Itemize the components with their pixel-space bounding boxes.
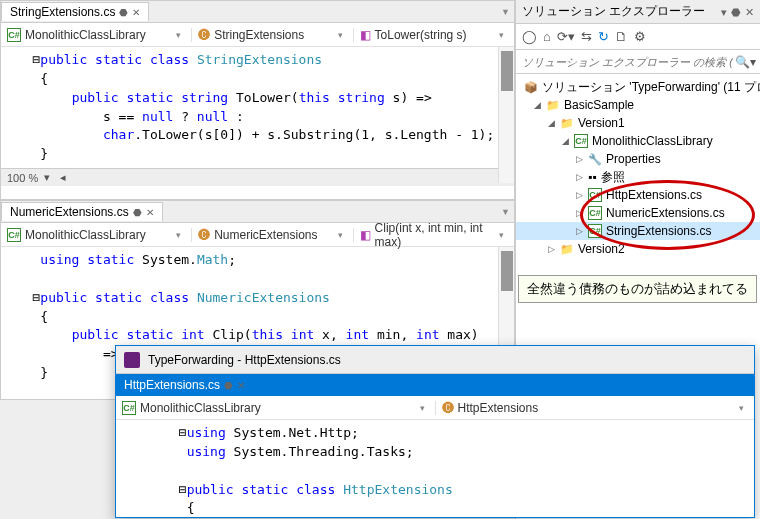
tree-folder[interactable]: ▷Version2 [516, 240, 760, 258]
method-icon: ◧ [360, 228, 371, 242]
pin-icon[interactable]: ⬣ [119, 7, 128, 18]
references-icon: ▪▪ [588, 170, 597, 184]
csharp-icon: C# [7, 28, 21, 42]
tab-label: HttpExtensions.cs [124, 378, 220, 392]
show-all-icon[interactable]: 🗋 [615, 29, 628, 44]
file-tab-http-ext[interactable]: HttpExtensions.cs ⬣ ✕ [116, 376, 253, 394]
floating-window[interactable]: TypeForwarding - HttpExtensions.cs HttpE… [115, 345, 755, 518]
sync-icon[interactable]: ⟳▾ [557, 29, 575, 44]
tab-label: NumericExtensions.cs [10, 205, 129, 219]
csharp-icon: C# [588, 224, 602, 238]
code-editor-3[interactable]: ⊟using System.Net.Http; using System.Thr… [116, 420, 754, 519]
scroll-left-icon[interactable]: ◂ [60, 171, 66, 184]
collapse-icon[interactable]: ⇆ [581, 29, 592, 44]
code-editor-1[interactable]: ⊟public static class StringExtensions { … [1, 47, 514, 168]
csharp-icon: C# [588, 188, 602, 202]
tree-folder[interactable]: ◢BasicSample [516, 96, 760, 114]
csharp-icon: C# [122, 401, 136, 415]
tree-file-string[interactable]: ▷C#StringExtensions.cs [516, 222, 760, 240]
properties-icon[interactable]: ⚙ [634, 29, 646, 44]
pin-icon[interactable]: ⬣ [731, 6, 741, 18]
visual-studio-icon [124, 352, 140, 368]
tree-item[interactable]: ▷▪▪参照 [516, 168, 760, 186]
refresh-icon[interactable]: ↻ [598, 29, 609, 44]
class-icon: 🅒 [198, 28, 210, 42]
method-icon: ◧ [360, 28, 371, 42]
nav-member[interactable]: ◧ToLower(string s)▾ [354, 28, 514, 42]
se-toolbar: ◯ ⌂ ⟳▾ ⇆ ↻ 🗋 ⚙ [516, 24, 760, 50]
close-icon[interactable]: ✕ [146, 207, 154, 218]
nav-scope[interactable]: C#MonolithicClassLibrary▾ [116, 401, 436, 415]
nav-scope[interactable]: C#MonolithicClassLibrary▾ [1, 28, 192, 42]
wrench-icon [588, 152, 602, 166]
class-icon: 🅒 [442, 401, 454, 415]
search-input[interactable] [520, 54, 735, 70]
vertical-scrollbar[interactable] [498, 47, 514, 183]
annotation-text: 全然違う債務のものが詰め込まれてる [518, 275, 757, 303]
file-tab-numeric-ext[interactable]: NumericExtensions.cs ⬣ ✕ [1, 202, 163, 221]
back-icon[interactable]: ◯ [522, 29, 537, 44]
tab-label: StringExtensions.cs [10, 5, 115, 19]
tab-overflow-icon[interactable]: ▼ [501, 7, 510, 17]
panel-title: ソリューション エクスプローラー [522, 3, 705, 20]
folder-icon [560, 242, 574, 256]
tree-file-http[interactable]: ▷C#HttpExtensions.cs [516, 186, 760, 204]
file-tab-string-ext[interactable]: StringExtensions.cs ⬣ ✕ [1, 2, 149, 21]
nav-member[interactable]: ◧Clip(int x, int min, int max)▾ [354, 221, 514, 249]
close-icon[interactable]: ✕ [132, 7, 140, 18]
csproj-icon: C# [574, 134, 588, 148]
csharp-icon: C# [7, 228, 21, 242]
nav-class[interactable]: 🅒StringExtensions▾ [192, 28, 353, 42]
tab-overflow-icon[interactable]: ▼ [501, 207, 510, 217]
dropdown-icon[interactable]: ▾ [721, 6, 727, 18]
zoom-level[interactable]: 100 % [7, 172, 38, 184]
pin-icon[interactable]: ⬣ [133, 207, 142, 218]
close-icon[interactable]: ✕ [745, 6, 754, 18]
tree-project[interactable]: ◢C#MonolithicClassLibrary [516, 132, 760, 150]
solution-icon [524, 80, 538, 94]
tree-item[interactable]: ▷Properties [516, 150, 760, 168]
folder-icon [546, 98, 560, 112]
tree-folder[interactable]: ◢Version1 [516, 114, 760, 132]
home-icon[interactable]: ⌂ [543, 29, 551, 44]
folder-icon [560, 116, 574, 130]
csharp-icon: C# [588, 206, 602, 220]
pin-icon[interactable]: ⬣ [224, 380, 233, 391]
nav-class[interactable]: 🅒NumericExtensions▾ [192, 228, 353, 242]
search-icon[interactable]: 🔍▾ [735, 55, 756, 69]
chevron-down-icon[interactable]: ▾ [44, 171, 50, 184]
nav-class[interactable]: 🅒HttpExtensions▾ [436, 401, 755, 415]
nav-scope[interactable]: C#MonolithicClassLibrary▾ [1, 228, 192, 242]
tree-file-numeric[interactable]: ▷C#NumericExtensions.cs [516, 204, 760, 222]
window-title: TypeForwarding - HttpExtensions.cs [148, 353, 341, 367]
class-icon: 🅒 [198, 228, 210, 242]
close-icon[interactable]: ✕ [237, 380, 245, 391]
